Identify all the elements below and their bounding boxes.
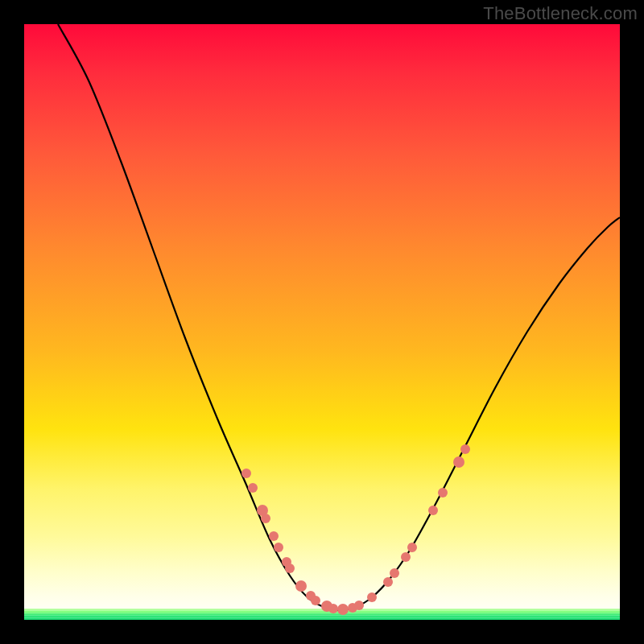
curve-marker	[390, 568, 399, 578]
curve-marker	[354, 601, 364, 610]
curve-marker	[428, 506, 438, 515]
curve-marker	[453, 456, 464, 468]
curve-marker	[269, 531, 279, 541]
curve-marker	[242, 469, 251, 478]
curve-marker	[311, 596, 320, 605]
curve-marker	[383, 577, 393, 587]
curve-marker	[367, 592, 377, 602]
curve-marker	[274, 543, 283, 552]
curve-marker	[438, 488, 448, 497]
curve-marker	[328, 604, 338, 613]
curve-marker	[285, 564, 295, 573]
curve-marker	[261, 514, 270, 523]
curve-markers	[242, 444, 470, 615]
curve-marker	[295, 580, 307, 592]
plot-area	[24, 24, 620, 620]
curve-marker	[407, 543, 417, 552]
chart-frame: TheBottleneck.com	[0, 0, 644, 644]
watermark-text: TheBottleneck.com	[483, 3, 638, 24]
curve-marker	[248, 483, 258, 493]
curve-line	[58, 24, 620, 610]
curve-marker	[460, 444, 470, 454]
bottleneck-curve	[24, 24, 620, 620]
curve-marker	[337, 604, 349, 615]
curve-marker	[401, 552, 411, 562]
